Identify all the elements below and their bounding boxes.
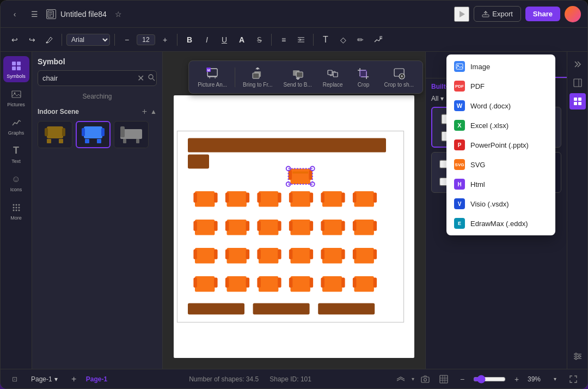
export-html-item[interactable]: H Html — [446, 174, 555, 194]
right-panel-button[interactable] — [569, 75, 586, 91]
zoom-in-button[interactable]: + — [509, 372, 524, 387]
bring-front-button[interactable]: Bring to Fr... — [240, 64, 275, 90]
divider-2 — [114, 34, 115, 46]
svg-rect-124 — [291, 248, 310, 264]
search-clear-icon[interactable]: ✕ — [137, 73, 144, 83]
shape-button[interactable]: ◇ — [335, 32, 351, 47]
italic-button[interactable]: I — [199, 32, 215, 47]
export-edraw-item[interactable]: E EdrawMax (.eddx) — [446, 214, 555, 233]
sidebar-item-text[interactable]: T Text — [3, 141, 29, 167]
text-button[interactable]: T — [318, 32, 333, 47]
export-pdf-item[interactable]: PDF PDF — [446, 76, 555, 96]
sidebar-item-icons[interactable]: ☺ Icons — [3, 169, 29, 196]
sidebar-item-pictures[interactable]: Pictures — [3, 84, 29, 111]
undo-button[interactable]: ↩ — [7, 32, 22, 47]
export-svg-item[interactable]: SVG SVG — [446, 155, 555, 174]
svg-rect-73 — [309, 170, 313, 180]
svg-point-24 — [13, 209, 14, 211]
font-plus-button[interactable]: + — [157, 32, 173, 47]
export-ppt-item[interactable]: P PowerPoint (.pptx) — [446, 135, 555, 155]
search-input[interactable] — [42, 74, 134, 82]
font-minus-button[interactable]: − — [119, 32, 134, 47]
camera-button[interactable] — [418, 372, 433, 387]
zoom-slider[interactable] — [473, 375, 506, 384]
zoom-out-button[interactable]: − — [455, 372, 470, 387]
pen-button[interactable]: ✏ — [353, 32, 368, 47]
line-button[interactable] — [370, 32, 385, 47]
svg-rect-85 — [259, 191, 278, 207]
svg-rect-50 — [253, 73, 259, 78]
svg-rect-82 — [227, 191, 247, 207]
section-title: Indoor Scene — [38, 108, 79, 116]
font-select[interactable]: Arial — [66, 34, 110, 46]
svg-rect-88 — [291, 191, 310, 207]
paint-button[interactable] — [42, 32, 57, 47]
zoom-dropdown-button[interactable]: ▾ — [547, 372, 562, 387]
crop-button[interactable]: Crop — [350, 64, 376, 90]
svg-rect-105 — [278, 221, 281, 231]
svg-rect-94 — [354, 191, 374, 207]
diagram-canvas[interactable] — [174, 95, 414, 358]
export-visio-item[interactable]: V Visio (.vsdx) — [446, 194, 555, 214]
svg-rect-40 — [120, 126, 125, 137]
shape-id-label: Shape ID: 101 — [270, 375, 311, 383]
export-image-item[interactable]: Image — [446, 57, 555, 76]
svg-rect-72 — [289, 170, 292, 180]
map-button[interactable] — [436, 372, 451, 387]
svg-rect-110 — [321, 221, 324, 231]
sidebar-item-symbols[interactable]: Symbols — [3, 56, 29, 82]
back-button[interactable]: ‹ — [7, 7, 22, 22]
send-back-button[interactable]: Send to B... — [280, 64, 315, 90]
add-section-button[interactable]: + — [142, 107, 147, 117]
filter-chevron-icon: ▾ — [440, 95, 444, 102]
layers-button[interactable] — [393, 372, 408, 387]
sidebar-item-more[interactable]: More — [3, 198, 29, 224]
replace-button[interactable]: Replace — [320, 64, 346, 90]
right-grid-button[interactable] — [569, 93, 586, 110]
font-color-button[interactable]: A — [234, 32, 249, 47]
svg-rect-56 — [333, 72, 338, 77]
indent-button[interactable] — [293, 32, 309, 47]
svg-rect-108 — [310, 221, 314, 231]
crop-shape-button[interactable]: Crop to sh... — [381, 64, 416, 90]
bold-button[interactable]: B — [182, 32, 197, 47]
strikethrough-button[interactable]: S̶ — [252, 32, 267, 47]
underline-button[interactable]: U — [217, 32, 232, 47]
align-button[interactable]: ≡ — [276, 32, 291, 47]
collapse-section-button[interactable]: ▲ — [150, 108, 157, 116]
svg-rect-114 — [373, 221, 377, 231]
star-button[interactable]: ☆ — [111, 7, 126, 22]
search-box[interactable]: ✕ — [38, 70, 157, 86]
picture-analyze-button[interactable]: M Picture An... — [194, 64, 230, 90]
svg-rect-95 — [353, 193, 357, 203]
symbol-item-chair3[interactable] — [114, 121, 149, 148]
fullscreen-button[interactable] — [566, 372, 581, 387]
page-icon-button[interactable]: ⊡ — [7, 372, 22, 387]
right-settings-button[interactable] — [569, 348, 586, 364]
svg-rect-128 — [321, 250, 324, 259]
export-word-item[interactable]: W Word (.docx) — [446, 96, 555, 116]
svg-rect-193 — [456, 64, 463, 69]
play-button[interactable] — [454, 7, 469, 22]
export-button[interactable]: Export — [474, 6, 521, 22]
svg-rect-118 — [227, 248, 247, 264]
redo-button[interactable]: ↪ — [24, 32, 40, 47]
svg-rect-32 — [45, 128, 48, 136]
export-excel-item[interactable]: X Excel (.xlsx) — [446, 116, 555, 135]
svg-rect-122 — [257, 250, 261, 259]
sidebar-item-graphs[interactable]: Graphs — [3, 113, 29, 139]
share-button[interactable]: Share — [525, 7, 560, 21]
section-header: Indoor Scene + ▲ — [38, 107, 157, 117]
page-1-button[interactable]: Page-1 ▾ — [27, 374, 62, 385]
right-arrow-button[interactable] — [569, 56, 586, 72]
add-page-button[interactable]: + — [66, 372, 82, 387]
symbol-item-chair1[interactable] — [38, 121, 72, 148]
svg-rect-13 — [17, 62, 21, 65]
svg-rect-123 — [278, 250, 281, 259]
symbol-item-chair2[interactable] — [76, 121, 111, 148]
svg-rect-150 — [373, 278, 377, 288]
search-icon[interactable] — [148, 74, 155, 83]
menu-button[interactable]: ☰ — [27, 7, 42, 22]
avatar[interactable] — [565, 6, 581, 22]
canvas-area[interactable]: M Picture An... — [163, 52, 425, 369]
